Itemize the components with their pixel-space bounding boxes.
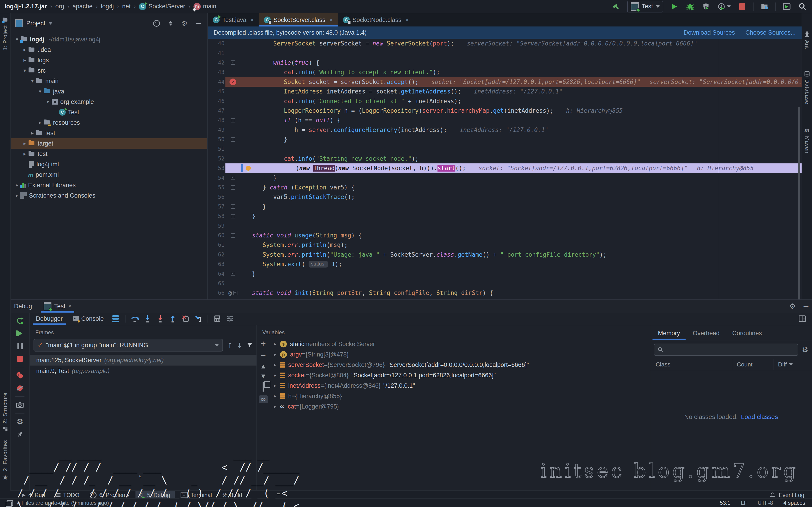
tree-item-test[interactable]: ▸test — [10, 149, 207, 159]
fold-end-icon[interactable] — [231, 176, 235, 180]
sidebar-item-structure[interactable]: Z: Structure — [0, 388, 10, 436]
run-anything-icon[interactable] — [782, 2, 792, 11]
code-line-49[interactable]: 49 h = server.configureHierarchy(inetAdd… — [208, 125, 802, 135]
breadcrumb-item[interactable]: log4j-1.2.17.jar — [5, 3, 47, 10]
fold-end-icon[interactable] — [231, 214, 235, 218]
tree-chevron-icon[interactable]: ▾ — [44, 99, 51, 105]
breadcrumb-item[interactable]: net — [122, 3, 131, 10]
move-up-icon[interactable]: ▲ — [261, 364, 265, 369]
tree-chevron-icon[interactable]: ▸ — [37, 120, 44, 126]
force-step-into-icon[interactable] — [155, 314, 165, 324]
tab-socketserver-class[interactable]: CSocketServer.class× — [259, 13, 338, 26]
code-line-64[interactable]: 64 } — [208, 269, 802, 278]
tree-item-logs[interactable]: ▸logs — [10, 55, 207, 65]
code-line-52[interactable]: 52 cat.info("Starting new socket node.")… — [208, 154, 802, 163]
pause-icon[interactable] — [14, 340, 26, 352]
tree-chevron-icon[interactable]: ▸ — [270, 404, 280, 409]
tab-coroutines[interactable]: Coroutines — [727, 328, 767, 340]
restore-layout-icon[interactable] — [797, 314, 807, 324]
move-down-icon[interactable]: ▼ — [261, 374, 265, 379]
breadcrumb-item[interactable]: CSocketServer — [139, 3, 185, 10]
code-line-56[interactable]: 56 var5.printStackTrace(); — [208, 192, 802, 202]
variable-row[interactable]: ▸sstatic members of SocketServer — [270, 339, 650, 349]
fold-start-icon[interactable] — [231, 185, 235, 190]
close-icon[interactable]: × — [68, 303, 72, 310]
code-line-45[interactable]: 45 InetAddress inetAddress = socket.getI… — [208, 87, 802, 96]
sidebar-item-favorites[interactable]: 2: Favorites ★ — [0, 436, 10, 490]
show-watches-icon[interactable]: ∞ — [259, 395, 268, 403]
coverage-button[interactable] — [701, 2, 711, 11]
layout-settings-icon[interactable] — [112, 315, 119, 322]
tab-test-java[interactable]: CTest.java× — [208, 13, 259, 26]
collapse-all-icon[interactable] — [166, 19, 175, 27]
download-sources-link[interactable]: Download Sources — [683, 29, 735, 36]
tree-item-external-libraries[interactable]: ▸External Libraries — [10, 180, 207, 190]
step-into-icon[interactable] — [142, 314, 153, 324]
code-line-61[interactable]: 61 System.err.println(msg); — [208, 240, 802, 250]
toolwindow-button-5-debug[interactable]: ☉5: Debug — [136, 491, 175, 499]
code-line-55[interactable]: 55 } catch (Exception var5) { — [208, 183, 802, 192]
code-line-57[interactable]: 57 } — [208, 202, 802, 211]
tree-item-test[interactable]: CTest — [10, 107, 207, 117]
breakpoint-icon[interactable]: ✓ — [230, 78, 236, 85]
sidebar-item-project[interactable]: 1: Project — [0, 13, 10, 54]
hide-panel-icon[interactable]: ─ — [804, 302, 808, 310]
breadcrumb-item[interactable]: log4j — [101, 3, 114, 10]
tree-item-target[interactable]: ▸target — [10, 138, 207, 149]
drop-frame-icon[interactable] — [180, 314, 191, 324]
code-line-63[interactable]: 63 System.exit( status: 1); — [208, 260, 802, 269]
tree-chevron-icon[interactable]: ▸ — [14, 192, 20, 199]
variable-row[interactable]: ▸pargv = {String[3]@478} — [270, 349, 650, 360]
run-to-cursor-icon[interactable] — [193, 314, 203, 324]
toolwindow-button-terminal[interactable]: Terminal — [176, 491, 216, 499]
variable-row[interactable]: ▸h = {Hierarchy@855} — [270, 391, 650, 401]
build-hammer-icon[interactable] — [611, 2, 621, 11]
code-line-58[interactable]: 58 } — [208, 211, 802, 221]
rerun-icon[interactable] — [14, 315, 26, 327]
code-line-65[interactable]: 65 — [208, 279, 802, 288]
tree-chevron-icon[interactable]: ▸ — [270, 351, 280, 357]
tree-chevron-icon[interactable]: ▸ — [21, 57, 28, 63]
choose-sources--link[interactable]: Choose Sources... — [745, 29, 796, 36]
code-line-59[interactable]: 59 — [208, 221, 802, 230]
toolwindow-button-6-problems[interactable]: !6: Problems — [85, 491, 134, 499]
project-view-select[interactable]: Project — [15, 19, 53, 27]
code-line-48[interactable]: 48 if (h == null) { — [208, 115, 802, 125]
tree-item-log4j[interactable]: ▾log4j~/d4m1ts/java/log4j — [10, 34, 207, 45]
profiler-button[interactable] — [717, 2, 731, 11]
tree-chevron-icon[interactable]: ▸ — [21, 151, 28, 157]
hide-panel-icon[interactable]: ─ — [195, 19, 203, 27]
code-line-42[interactable]: 42 while(true) { — [208, 58, 802, 67]
debug-session-tab[interactable]: Test × — [40, 300, 76, 313]
frame-row[interactable]: main:9, Test(org.example) — [30, 365, 256, 377]
step-out-icon[interactable] — [168, 314, 178, 324]
close-icon[interactable]: × — [406, 16, 409, 23]
close-icon[interactable]: × — [251, 16, 254, 23]
breadcrumb-item[interactable]: mmain — [194, 3, 216, 10]
fold-start-icon[interactable] — [231, 233, 235, 238]
sidebar-item-maven[interactable]: m Maven — [804, 122, 810, 158]
column-diff[interactable]: Diff — [773, 359, 812, 370]
search-everywhere-icon[interactable] — [798, 2, 807, 11]
resume-icon[interactable] — [14, 327, 26, 340]
tree-item-resources[interactable]: ▸resources — [10, 117, 207, 128]
stop-icon[interactable] — [14, 352, 26, 365]
next-frame-icon[interactable]: ↓ — [237, 341, 242, 349]
code-line-50[interactable]: 50 } — [208, 135, 802, 144]
add-watch-icon[interactable]: + — [260, 340, 266, 347]
tree-chevron-icon[interactable]: ▸ — [270, 372, 280, 378]
tree-chevron-icon[interactable]: ▸ — [29, 130, 36, 136]
debug-button[interactable] — [685, 2, 695, 11]
run-button[interactable] — [669, 2, 679, 11]
code-line-54[interactable]: 54 } — [208, 173, 802, 182]
locate-file-icon[interactable] — [152, 19, 161, 27]
fold-start-icon[interactable] — [233, 291, 238, 295]
tree-item-org-example[interactable]: ▾org.example — [10, 97, 207, 107]
variable-row[interactable]: ▸∞cat = {Logger@795} — [270, 401, 650, 412]
intention-bulb-icon[interactable] — [246, 166, 251, 171]
line-separator-indicator[interactable]: LF — [741, 500, 747, 506]
fold-end-icon[interactable] — [231, 272, 235, 276]
step-over-icon[interactable] — [130, 314, 140, 324]
remove-watch-icon[interactable]: − — [260, 352, 266, 359]
thread-selector[interactable]: ✓ "main"@1 in group "main": RUNNING — [34, 339, 223, 351]
